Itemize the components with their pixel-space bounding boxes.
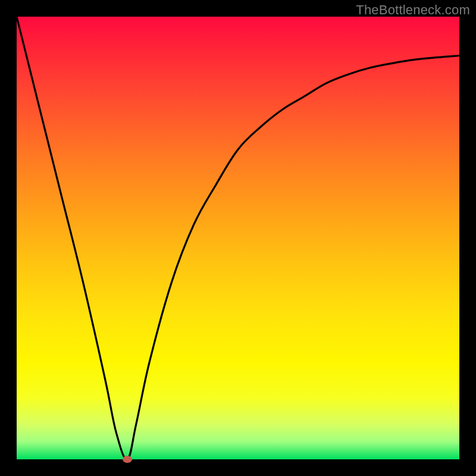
chart-frame: TheBottleneck.com	[0, 0, 476, 476]
watermark-text: TheBottleneck.com	[356, 2, 470, 18]
curve-svg	[17, 17, 459, 459]
bottleneck-curve-path	[17, 17, 459, 459]
plot-area	[17, 17, 459, 459]
optimal-point-marker	[123, 456, 132, 463]
